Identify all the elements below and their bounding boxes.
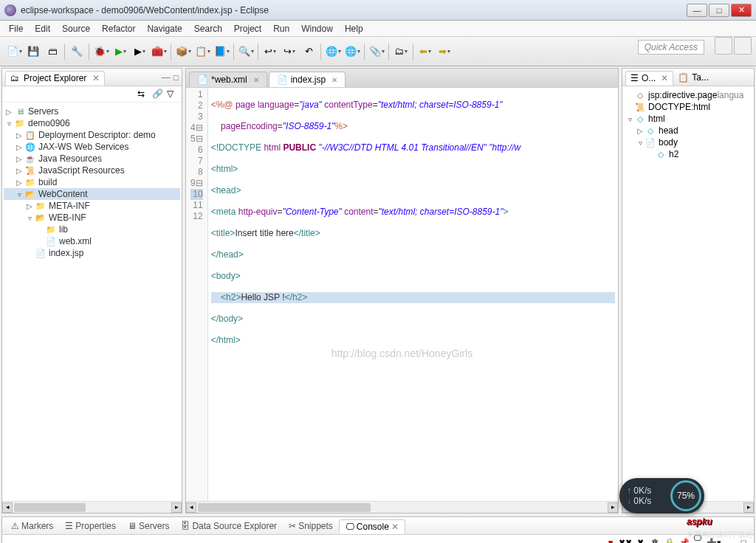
close-tab-icon[interactable]: ✕ <box>253 76 259 84</box>
save-button[interactable]: 💾 <box>25 44 41 60</box>
view-menu-icon[interactable]: ▽ <box>167 89 179 100</box>
maximize-button[interactable]: □ <box>709 4 729 17</box>
menu-run[interactable]: Run <box>267 22 295 35</box>
menu-project[interactable]: Project <box>228 22 267 35</box>
new-server-button[interactable]: 📦 <box>175 44 191 60</box>
tasklist-tab[interactable]: 📋Ta... <box>673 71 713 84</box>
debug-button[interactable]: 🐞 <box>93 44 109 60</box>
java-res-icon: ☕ <box>24 153 36 164</box>
remove-all-button[interactable]: ✖✖ <box>619 536 631 543</box>
remove-button[interactable]: ✖ <box>634 536 646 543</box>
window-title: eclipse-workspace - demo0906/WebContent/… <box>21 5 687 15</box>
external-tools-button[interactable]: 🧰 <box>151 44 167 60</box>
back-button[interactable]: ⬅ <box>417 44 433 60</box>
deployment-icon: 📋 <box>24 130 36 140</box>
xml-file-icon: 📄 <box>45 236 57 246</box>
nav-widget-2[interactable]: 🌐 <box>344 44 360 60</box>
code-content[interactable]: <%@ page language="java" contentType="te… <box>208 88 618 501</box>
link-editor-icon[interactable]: 🔗 <box>152 89 164 100</box>
new-button[interactable]: 📄 <box>6 44 22 60</box>
menu-search[interactable]: Search <box>188 22 228 35</box>
menubar: File Edit Source Refactor Navigate Searc… <box>0 21 756 37</box>
project-explorer-title: Project Explorer <box>24 73 86 83</box>
code-editor[interactable]: 1234⊟5⊟6789⊟101112 <%@ page language="ja… <box>186 88 618 501</box>
tool-icon[interactable]: 🔧 <box>69 44 85 60</box>
bottom-tabs: ⚠ Markers ☰ Properties 🖥 Servers 🗄 Data … <box>2 517 754 535</box>
menu-file[interactable]: File <box>3 22 29 35</box>
outline-tab[interactable]: ☰O...✕ <box>625 71 673 86</box>
body-element-icon: 📄 <box>645 137 656 148</box>
tab-webxml[interactable]: 📄*web.xml✕ <box>189 72 267 87</box>
save-all-button[interactable]: 🗃 <box>44 44 61 60</box>
folder-icon: 📂 <box>24 189 36 199</box>
window-controls: — □ ✕ <box>687 4 752 17</box>
open-type-button[interactable]: 📘 <box>213 44 230 60</box>
menu-navigate[interactable]: Navigate <box>141 22 188 35</box>
close-button[interactable]: ✕ <box>731 4 752 17</box>
menu-window[interactable]: Window <box>295 22 339 35</box>
outline-icon: ☰ <box>630 73 639 83</box>
jsp-file-icon: 📄 <box>35 248 47 258</box>
project-icon: 📁 <box>14 118 26 128</box>
project-tree[interactable]: ▷🖥Servers ▿📁demo0906 ▷📋Deployment Descri… <box>2 103 182 501</box>
titlebar: eclipse-workspace - demo0906/WebContent/… <box>0 0 756 21</box>
scroll-lock-button[interactable]: 🔒 <box>664 536 676 543</box>
nav-widget-3[interactable]: 📎 <box>368 44 385 60</box>
new-file-button[interactable]: 📋 <box>194 44 210 60</box>
terminate-button[interactable]: ■ <box>605 536 616 543</box>
explorer-hscroll[interactable]: ◂▸ <box>2 501 182 513</box>
site-logo: aspku 免费网站源码下载站 <box>687 507 753 540</box>
editor-tabs: 📄*web.xml✕ 📄index.jsp✕ <box>186 69 618 88</box>
close-tab-icon[interactable]: ✕ <box>331 76 337 84</box>
menu-help[interactable]: Help <box>339 22 369 35</box>
run-server-button[interactable]: ▶ <box>131 44 148 60</box>
clear-console-button[interactable]: 🗑 <box>649 536 661 543</box>
menu-refactor[interactable]: Refactor <box>96 22 141 35</box>
nav-widget-1[interactable]: 🌐 <box>325 44 341 60</box>
outline-tree[interactable]: ◇jsp:directive.page langua 📜DOCTYPE:html… <box>622 86 754 501</box>
project-explorer-icon: 🗂 <box>10 73 21 83</box>
annotation-prev-button[interactable]: ↩ <box>262 44 278 60</box>
doctype-icon: 📜 <box>634 102 646 112</box>
last-edit-button[interactable]: ↶ <box>300 44 317 60</box>
view-close-icon[interactable]: ✕ <box>92 73 100 83</box>
directive-icon: ◇ <box>634 90 646 100</box>
tab-indexjsp[interactable]: 📄index.jsp✕ <box>269 72 346 87</box>
run-button[interactable]: ▶ <box>112 44 128 60</box>
tab-console[interactable]: 🖵 Console ✕ <box>339 519 405 534</box>
task-icon: 📋 <box>678 72 689 83</box>
collapse-all-icon[interactable]: ⇆ <box>137 89 149 100</box>
js-res-icon: 📜 <box>24 165 36 176</box>
h2-element-icon: ◇ <box>655 149 667 159</box>
menu-edit[interactable]: Edit <box>29 22 56 35</box>
quick-access-field[interactable]: Quick Access <box>638 40 704 55</box>
search-button[interactable]: 🔍 <box>238 44 254 60</box>
folder-icon: 📁 <box>35 201 47 211</box>
editor-hscroll[interactable]: ◂▸ <box>186 501 618 513</box>
minimize-view-icon[interactable]: — <box>162 72 171 83</box>
minimize-button[interactable]: — <box>687 4 707 17</box>
nav-widget-4[interactable]: 🗂 <box>393 44 409 60</box>
folder-icon: 📁 <box>45 224 57 235</box>
html-element-icon: ◇ <box>634 114 646 124</box>
tab-properties[interactable]: ☰ Properties <box>59 519 122 533</box>
jsp-file-icon: 📄 <box>277 75 288 85</box>
tab-dse[interactable]: 🗄 Data Source Explorer <box>175 519 283 533</box>
java-ee-perspective-button[interactable] <box>734 37 752 55</box>
bottom-panel: ⚠ Markers ☰ Properties 🖥 Servers 🗄 Data … <box>1 516 755 543</box>
project-explorer-tab[interactable]: 🗂 Project Explorer ✕ <box>5 71 105 86</box>
annotation-next-button[interactable]: ↪ <box>281 44 298 60</box>
tab-snippets[interactable]: ✂ Snippets <box>283 519 339 533</box>
project-explorer-view: 🗂 Project Explorer ✕ — □ ⇆ 🔗 ▽ ▷🖥Servers… <box>1 68 182 513</box>
forward-button[interactable]: ➡ <box>436 44 453 60</box>
outline-view: ☰O...✕ 📋Ta... ◇jsp:directive.page langua… <box>622 68 755 513</box>
menu-source[interactable]: Source <box>56 22 96 35</box>
tab-markers[interactable]: ⚠ Markers <box>5 519 59 533</box>
editor-view: 📄*web.xml✕ 📄index.jsp✕ 1234⊟5⊟6789⊟10111… <box>185 68 619 513</box>
open-perspective-button[interactable] <box>715 37 732 55</box>
workspace: 🗂 Project Explorer ✕ — □ ⇆ 🔗 ▽ ▷🖥Servers… <box>0 66 756 515</box>
line-gutter: 1234⊟5⊟6789⊟101112 <box>186 88 208 501</box>
folder-icon: 📁 <box>24 177 36 187</box>
tab-servers[interactable]: 🖥 Servers <box>122 519 175 533</box>
maximize-view-icon[interactable]: □ <box>173 72 179 83</box>
